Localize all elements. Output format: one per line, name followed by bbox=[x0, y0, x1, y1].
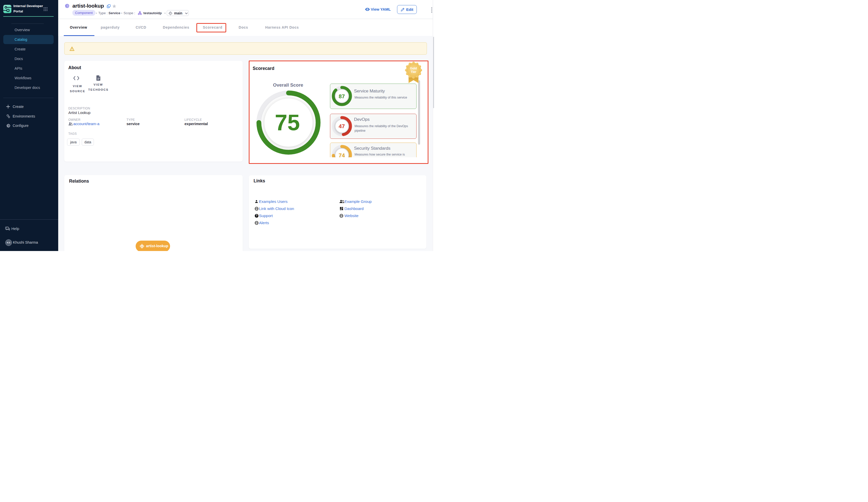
svg-text:Tier: Tier bbox=[411, 70, 416, 74]
svg-text:Gold: Gold bbox=[410, 67, 417, 70]
svg-text:?: ? bbox=[6, 227, 7, 229]
svg-text:?: ? bbox=[256, 214, 257, 217]
